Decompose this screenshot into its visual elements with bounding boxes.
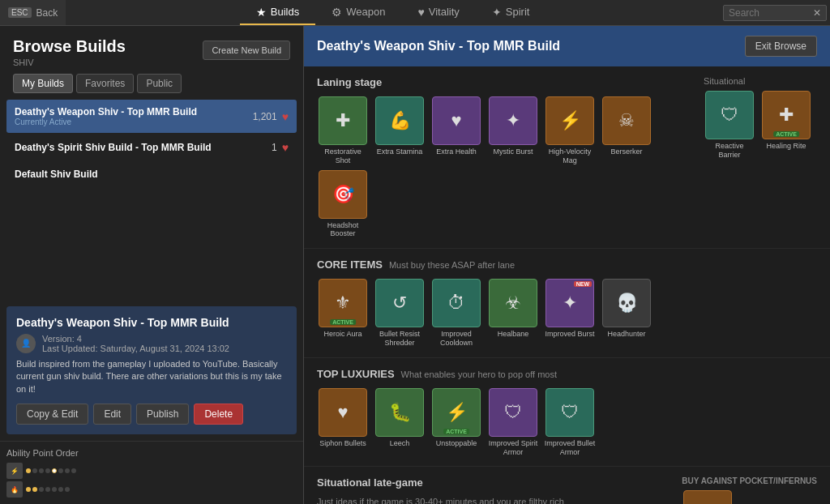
core-items-row: ⚜ ACTIVE Heroic Aura ↺ Bullet Resist Shr…	[317, 279, 817, 348]
item-icon: 🐛	[375, 388, 424, 437]
ability-row: ⚡	[6, 463, 297, 479]
dot	[26, 468, 31, 473]
vitality-icon: ♥	[417, 6, 424, 19]
item-label: Improved Cooldown	[430, 330, 482, 348]
dot	[45, 487, 50, 492]
item-icon: ✚	[319, 96, 367, 145]
hero-label: SHIV	[13, 58, 126, 67]
list-item[interactable]: Deathy's Spirit Shiv Build - Top MMR Bui…	[6, 135, 297, 160]
search-close-icon[interactable]: ✕	[813, 7, 821, 19]
search-box[interactable]: ✕	[723, 5, 827, 21]
item-icon: 💪	[375, 96, 424, 145]
core-items-section: CORE ITEMS Must buy these ASAP after lan…	[304, 249, 830, 358]
edit-button[interactable]: Edit	[93, 404, 131, 425]
list-item: 🐛 Leech	[374, 388, 426, 457]
dot	[65, 468, 70, 473]
copy-edit-button[interactable]: Copy & Edit	[16, 404, 88, 425]
tab-favorites[interactable]: Favorites	[76, 74, 134, 93]
list-item: ⚡ ACTIVE Unstoppable	[430, 388, 482, 457]
item-label: Mystic Burst	[493, 147, 533, 156]
dot	[65, 487, 70, 492]
active-badge: ACTIVE	[443, 429, 469, 434]
dot	[39, 487, 44, 492]
list-item[interactable]: Default Shiv Build	[6, 162, 297, 186]
ability-order: Ability Point Order ⚡	[0, 441, 303, 504]
item-label: Healing Rite	[766, 142, 806, 151]
tab-builds-label: Builds	[271, 6, 299, 18]
ability-dots	[26, 487, 297, 492]
buy-against-title: BUY AGAINST POCKET/INFERNUS	[682, 476, 817, 485]
item-label: Improved Burst	[545, 330, 594, 339]
exit-browse-button[interactable]: Exit Browse	[745, 36, 817, 57]
build-info-meta: 👤 Version: 4 Last Updated: Saturday, Aug…	[16, 334, 287, 353]
build-info-title: Deathy's Weapon Shiv - Top MMR Build	[16, 316, 287, 329]
esc-label: ESC	[8, 7, 32, 18]
item-label: Headshot Booster	[317, 221, 369, 239]
list-item: 🎯 Headshot Booster	[317, 170, 369, 239]
item-icon: ✚ ACTIVE	[762, 91, 811, 139]
ability-icon: ⚡	[6, 463, 23, 479]
item-icon: ✦	[489, 96, 537, 145]
top-nav: ESC Back ★ Builds ⚙ Weapon ♥ Vitality ✦ …	[0, 0, 830, 26]
nav-tabs: ★ Builds ⚙ Weapon ♥ Vitality ✦ Spirit	[66, 0, 720, 25]
tab-my-builds[interactable]: My Builds	[13, 74, 73, 93]
item-icon: 🎯	[319, 170, 367, 219]
build-likes: 1,201	[253, 111, 277, 122]
ability-order-title: Ability Point Order	[6, 448, 297, 458]
left-panel: Browse Builds SHIV Create New Build My B…	[0, 26, 304, 504]
build-info-card: Deathy's Weapon Shiv - Top MMR Build 👤 V…	[6, 306, 297, 434]
item-label: Extra Stamina	[377, 147, 423, 156]
item-icon: 🛡	[705, 91, 754, 139]
top-luxuries-section: TOP LUXURIES What enables your hero to p…	[304, 358, 830, 468]
main-layout: Browse Builds SHIV Create New Build My B…	[0, 26, 830, 504]
item-label: Extra Health	[436, 147, 477, 156]
tab-public[interactable]: Public	[137, 74, 182, 93]
list-item: ⏱ Improved Cooldown	[430, 279, 482, 348]
tab-spirit[interactable]: ✦ Spirit	[476, 0, 546, 25]
right-panel: Deathy's Weapon Shiv - Top MMR Build Exi…	[304, 26, 830, 504]
list-item: ♥ Extra Health	[430, 96, 482, 165]
dot	[58, 487, 63, 492]
new-badge: NEW	[574, 281, 592, 287]
item-label: Siphon Bullets	[319, 439, 366, 448]
create-new-button[interactable]: Create New Build	[203, 41, 290, 60]
publish-button[interactable]: Publish	[136, 404, 189, 425]
item-icon: ✦ NEW	[545, 279, 594, 327]
tab-builds[interactable]: ★ Builds	[240, 0, 315, 25]
item-icon: ☣	[489, 279, 537, 327]
core-items-title: CORE ITEMS	[317, 258, 383, 271]
situational-title: Situational	[704, 76, 817, 86]
item-icon: 🛡	[545, 388, 594, 437]
item-label: Unstoppable	[436, 439, 477, 448]
active-badge: ACTIVE	[773, 131, 799, 137]
build-likes: 1	[272, 142, 277, 153]
list-item[interactable]: Deathy's Weapon Shiv - Top MMR Build Cur…	[6, 100, 297, 133]
builds-tabs: My Builds Favorites Public	[0, 74, 303, 93]
list-item: 🛡 Improved Spirit Armor	[487, 388, 539, 457]
heart-icon: ♥	[282, 141, 289, 154]
dot	[71, 468, 76, 473]
list-item: 💀 Headhunter	[601, 279, 652, 348]
item-label: Heroic Aura	[323, 330, 362, 339]
core-items-subtitle: Must buy these ASAP after lane	[389, 260, 515, 270]
list-item: ✦ ACTIVE Debuff Remover	[682, 490, 734, 504]
builds-list: Deathy's Weapon Shiv - Top MMR Build Cur…	[0, 100, 303, 300]
back-label: Back	[36, 7, 58, 19]
tab-vitality[interactable]: ♥ Vitality	[401, 0, 475, 25]
delete-button[interactable]: Delete	[194, 404, 243, 425]
tab-weapon[interactable]: ⚙ Weapon	[315, 0, 401, 25]
list-item: 💪 Extra Stamina	[374, 96, 426, 165]
item-label: Berserker	[610, 147, 642, 156]
esc-back-area[interactable]: ESC Back	[0, 0, 66, 25]
build-actions: Copy & Edit Edit Publish Delete	[16, 404, 287, 425]
item-icon: ⏱	[432, 279, 481, 327]
item-label: Reactive Barrier	[704, 142, 755, 160]
situational-late-subtitle: Just ideas if the game is 30-40+ minutes…	[317, 497, 564, 504]
list-item: ♥ Siphon Bullets	[317, 388, 369, 457]
item-label: Restorative Shot	[317, 147, 369, 165]
search-input[interactable]	[729, 7, 810, 19]
ability-row: 🔥	[6, 481, 297, 498]
list-item: ✦ Mystic Burst	[487, 96, 539, 165]
dot	[58, 468, 63, 473]
dot	[32, 468, 37, 473]
